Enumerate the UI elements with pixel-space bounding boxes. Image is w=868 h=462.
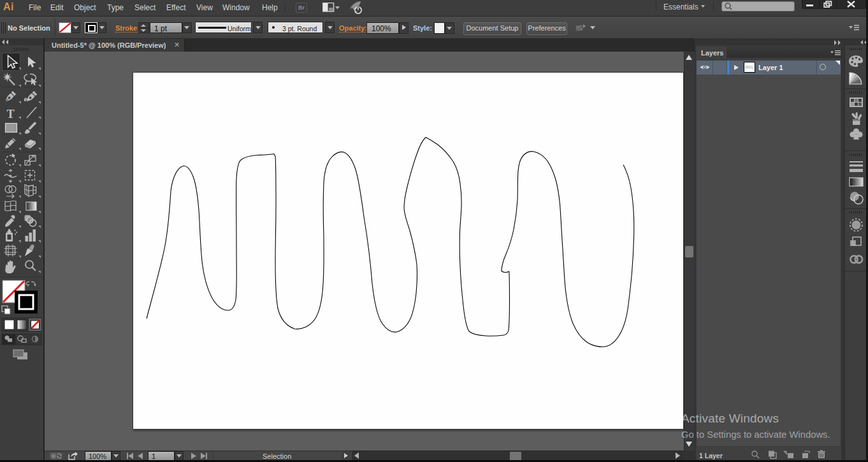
svg-text:T: T (7, 108, 15, 120)
